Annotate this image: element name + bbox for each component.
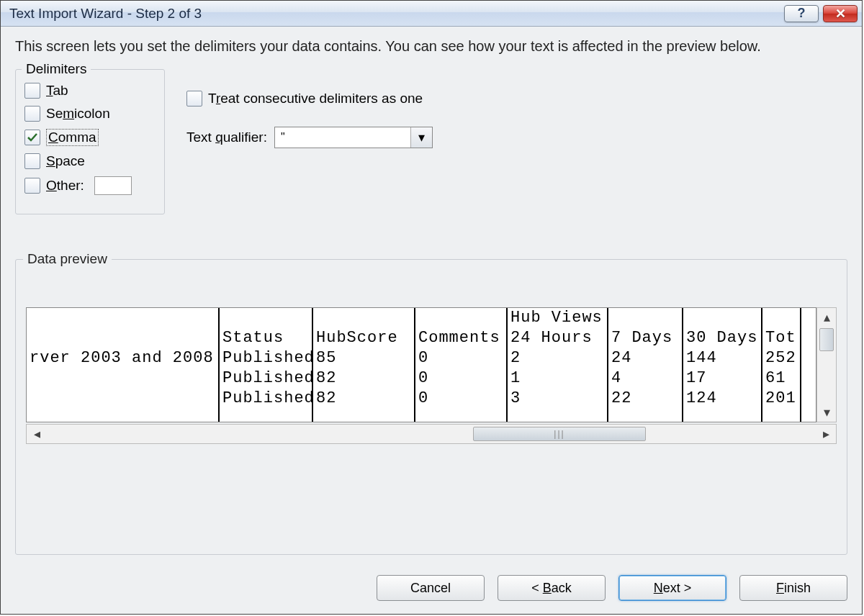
close-button[interactable]: ✕ [823,5,858,22]
finish-button[interactable]: Finish [739,575,847,601]
space-label: Space [46,153,85,169]
text-qualifier-combo[interactable]: " ▾ [274,127,433,148]
other-label: Other: [46,178,84,194]
vscroll-thumb[interactable] [819,328,834,351]
combo-dropdown-button[interactable]: ▾ [410,127,432,148]
preview-column: Tot25261201 [762,308,801,422]
back-label: < Back [531,581,572,596]
chevron-down-icon: ▾ [418,130,425,145]
vertical-scrollbar[interactable]: ▴ ▾ [816,307,837,422]
help-icon: ? [798,6,806,21]
hscroll-thumb[interactable]: ||| [473,427,646,441]
delimiters-legend: Delimiters [22,61,91,77]
wizard-footer: Cancel < Back Next > Finish [15,561,847,601]
horizontal-scrollbar[interactable]: ◂ ||| ▸ [26,424,837,444]
instructions-text: This screen lets you set the delimiters … [15,37,847,56]
tab-label: Tab [46,83,68,99]
text-qualifier-value: " [275,131,410,144]
cancel-button[interactable]: Cancel [377,575,485,601]
tab-checkbox[interactable] [24,83,40,99]
next-button[interactable]: Next > [618,575,726,601]
data-preview-legend: Data preview [23,251,112,267]
preview-column: Hub Views24 Hours213 [508,308,608,422]
text-qualifier-label: Text qualifier: [186,130,267,145]
semicolon-checkbox[interactable] [24,106,40,122]
cancel-label: Cancel [410,581,451,596]
preview-viewport: rver 2003 and 2008StatusPublishedPublish… [26,307,816,422]
preview-column: 30 Days14417124 [683,308,762,422]
consecutive-label: Treat consecutive delimiters as one [208,91,423,107]
preview-table: rver 2003 and 2008StatusPublishedPublish… [27,308,801,422]
titlebar: Text Import Wizard - Step 2 of 3 ? ✕ [1,1,862,27]
close-icon: ✕ [835,6,846,22]
help-button[interactable]: ? [784,5,819,22]
scroll-right-icon[interactable]: ▸ [816,425,836,443]
preview-column: HubScore858282 [313,308,415,422]
scroll-up-icon[interactable]: ▴ [817,308,836,327]
finish-label: Finish [776,581,811,596]
wizard-dialog: Text Import Wizard - Step 2 of 3 ? ✕ Thi… [0,0,863,615]
back-button[interactable]: < Back [498,575,606,601]
window-title: Text Import Wizard - Step 2 of 3 [9,6,784,22]
preview-column: StatusPublishedPublishedPublished [220,308,313,422]
delimiters-group: Delimiters Tab Semicolon Comma Space [15,69,165,214]
comma-label: Comma [46,129,99,146]
other-delimiter-input[interactable] [94,176,132,195]
scroll-down-icon[interactable]: ▾ [817,403,836,422]
data-preview-group: Data preview rver 2003 and 2008StatusPub… [15,259,847,555]
space-checkbox[interactable] [24,153,40,169]
next-label: Next > [654,581,692,596]
other-checkbox[interactable] [24,178,40,194]
consecutive-checkbox[interactable] [186,91,202,107]
semicolon-label: Semicolon [46,106,110,122]
preview-column: 7 Days24422 [608,308,683,422]
scroll-left-icon[interactable]: ◂ [27,425,47,443]
preview-column: rver 2003 and 2008 [27,308,220,422]
preview-column: Comments000 [415,308,508,422]
comma-checkbox[interactable] [24,130,40,145]
